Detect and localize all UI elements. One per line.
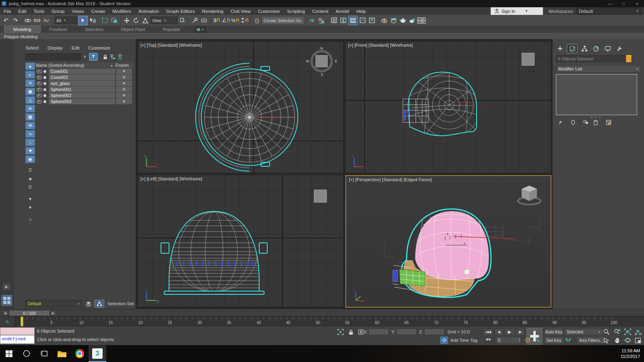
object-name-field[interactable]: 6 Objects Selected (556, 55, 627, 62)
previous-key-button[interactable]: ◀| (494, 328, 504, 336)
pan-view-button[interactable] (613, 337, 621, 344)
go-to-start-button[interactable]: |◀◀ (483, 328, 493, 336)
edit-named-selection-sets-button[interactable]: { } (252, 16, 261, 25)
ribbon-tab-modeling[interactable]: Modeling (4, 25, 41, 33)
object-color-swatch[interactable] (625, 54, 632, 63)
select-by-name-button[interactable] (88, 16, 97, 25)
viewport-left[interactable]: [+] [Left] [Standard] [Wireframe] zy (138, 175, 343, 307)
key-mode-icon[interactable] (564, 337, 572, 343)
display-space-warps-button[interactable]: ≋ (25, 105, 35, 112)
schematic-view-button[interactable] (367, 16, 376, 25)
named-selection-set-dropdown[interactable]: Default ▼ (25, 300, 83, 307)
explorer-row-sphere001[interactable]: Sphere001 ❄ (37, 87, 132, 92)
render-dot-icon[interactable] (43, 94, 46, 97)
menu-tools[interactable]: Tools (30, 7, 48, 15)
explorer-row-sphere002[interactable]: Sphere002 ❄ (37, 93, 132, 98)
ribbon-tab-freeform[interactable]: Freeform (41, 26, 76, 33)
explorer-search-input[interactable] (25, 54, 81, 60)
compass-east[interactable]: E (335, 59, 337, 63)
zoom-all-button[interactable] (613, 328, 621, 335)
select-and-move-button[interactable] (122, 16, 131, 25)
chrome-button[interactable] (71, 345, 89, 362)
viewport-top[interactable]: [+] [Top] [Standard] [Wireframe] N W E S… (138, 41, 343, 173)
spinner-snap-toggle-button[interactable] (240, 16, 249, 25)
menu-rendering[interactable]: Rendering (198, 7, 227, 15)
open-autodesk-ab-button[interactable]: ABAB (417, 16, 426, 25)
viewcube-compass[interactable]: N W E S (309, 49, 334, 74)
menu-scripting[interactable]: Scripting (283, 7, 309, 15)
name-column-header[interactable]: Name (Sorted Ascending) (36, 63, 84, 68)
object-name[interactable]: Cone002 (49, 74, 115, 80)
rendered-frame-window-button[interactable] (389, 16, 398, 25)
select-object-button[interactable] (78, 16, 88, 25)
viewport-front[interactable]: [+] [Front] [Standard] [Wireframe] zx (345, 41, 551, 173)
use-pivot-point-button[interactable] (178, 16, 187, 25)
filter-button[interactable] (89, 53, 98, 61)
menu-animation[interactable]: Animation (135, 7, 163, 15)
display-particles-button[interactable]: ✚ (25, 147, 35, 155)
modify-tab[interactable] (567, 44, 578, 53)
current-frame-field[interactable]: 0 (496, 337, 521, 344)
zoom-extents-all-button[interactable] (634, 328, 642, 335)
named-selection-sets-combobox[interactable]: Create Selection Se (262, 17, 304, 24)
spinner-down-icon[interactable]: ▼ (519, 340, 521, 342)
explorer-row-cone002[interactable]: Cone002 ❄ (37, 74, 132, 80)
hierarchy-tab[interactable] (579, 44, 589, 53)
ribbon-tab-selection[interactable]: Selection (76, 26, 112, 33)
create-tab[interactable] (555, 44, 565, 53)
3dsmax-taskbar-button[interactable]: 3 (89, 345, 106, 362)
lock-explorer-button[interactable] (101, 53, 109, 60)
selection-lock-toggle[interactable] (347, 329, 355, 335)
minimize-button[interactable]: — (603, 0, 617, 7)
ribbon-tab-populate[interactable]: Populate (154, 26, 189, 33)
select-and-rotate-button[interactable] (132, 16, 140, 25)
snowflake-icon[interactable]: ❄ (122, 87, 126, 91)
maxscript-mini-listener[interactable]: undefined (0, 335, 35, 344)
render-setup-button[interactable] (380, 16, 389, 25)
show-end-result-button[interactable] (569, 119, 577, 126)
explorer-column-headers[interactable]: Name (Sorted Ascending) ▲ Frozen (25, 62, 133, 68)
snowflake-icon[interactable]: ❄ (122, 81, 126, 85)
filter-settings-button[interactable]: ▼ (25, 195, 35, 203)
viewport-label[interactable]: [+] [Left] [Standard] [Wireframe] (140, 176, 202, 181)
track-bar[interactable]: ∿ 0 5 10 15 20 25 30 35 40 45 50 55 60 6… (0, 316, 644, 327)
percent-snap-toggle-button[interactable]: % (231, 16, 239, 25)
object-name[interactable]: Sphere001 (49, 87, 115, 92)
configure-modifier-sets-button[interactable] (604, 119, 613, 126)
menu-content[interactable]: Content (309, 7, 332, 15)
explorer-menu-edit[interactable]: Edit (67, 44, 84, 52)
select-and-manipulate-button[interactable] (190, 16, 199, 25)
explorer-menu-customize[interactable]: Customize (84, 44, 115, 52)
rectangular-selection-region-button[interactable] (101, 16, 109, 25)
remove-modifier-button[interactable] (591, 119, 600, 126)
viewport-layout-tabs-button[interactable] (2, 295, 12, 306)
task-view-button[interactable] (35, 345, 53, 362)
hierarchy-view-button[interactable] (95, 300, 104, 308)
snowflake-icon[interactable]: ❄ (122, 99, 126, 103)
select-children-button[interactable] (109, 53, 117, 60)
compass-north[interactable]: N (320, 46, 323, 50)
toggle-scene-explorer-button[interactable] (348, 16, 358, 25)
viewcube-front-face[interactable] (522, 53, 535, 66)
visibility-eye-icon[interactable] (37, 70, 42, 73)
snowflake-icon[interactable]: ❄ (122, 93, 126, 97)
layers-button[interactable] (84, 300, 93, 307)
modifier-list-dropdown[interactable]: Modifier List ▼ (556, 65, 641, 72)
list-view-button[interactable]: ☰ (25, 166, 35, 174)
undo-button[interactable]: ↶ (2, 16, 10, 25)
object-name[interactable]: eye_glass (49, 81, 115, 86)
cortana-search-button[interactable] (18, 345, 35, 362)
mirror-button[interactable] (308, 16, 317, 25)
snowflake-icon[interactable]: ❄ (122, 75, 126, 79)
x-coordinate-field[interactable] (369, 329, 389, 335)
visibility-eye-icon[interactable] (37, 94, 42, 97)
utilities-tab[interactable] (614, 44, 624, 53)
swatch-view-button[interactable]: ■ (25, 175, 35, 182)
next-key-button[interactable]: |▶ (515, 328, 525, 336)
collect-button[interactable]: ⌂ (25, 215, 35, 223)
snaps-toggle-button[interactable]: 3 (212, 16, 221, 25)
zoom-region-button[interactable] (602, 337, 611, 344)
auto-key-button[interactable]: Auto Key (544, 328, 564, 335)
detail-view-button[interactable]: ☰ (25, 183, 35, 191)
menu-civil-view[interactable]: Civil View (227, 7, 254, 15)
